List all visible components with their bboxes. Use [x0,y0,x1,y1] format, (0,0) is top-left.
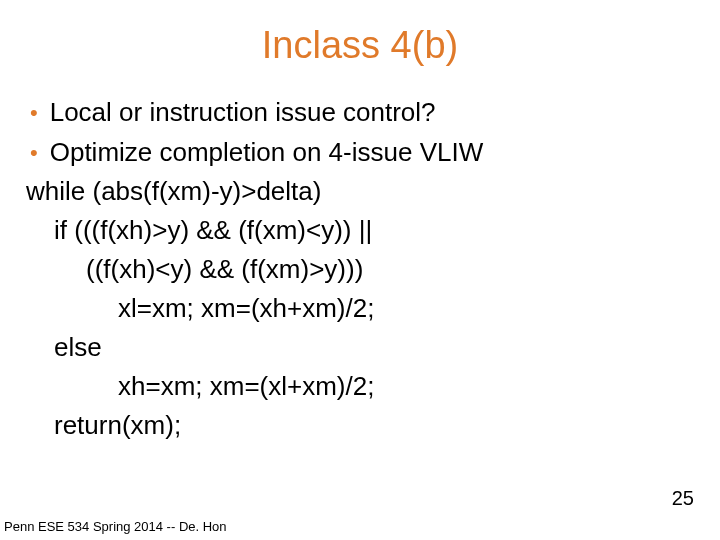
code-line: else [26,328,694,367]
code-line: ((f(xh)<y) && (f(xm)>y))) [26,250,694,289]
bullet-dot-icon: • [30,133,38,173]
bullet-item: • Local or instruction issue control? [26,93,694,133]
bullet-item: • Optimize completion on 4-issue VLIW [26,133,694,173]
code-line: if (((f(xh)>y) && (f(xm)<y)) || [26,211,694,250]
slide-body: • Local or instruction issue control? • … [26,93,694,445]
footer-text: Penn ESE 534 Spring 2014 -- De. Hon [4,519,227,534]
code-line: return(xm); [26,406,694,445]
bullet-text: Optimize completion on 4-issue VLIW [50,133,694,172]
code-line: while (abs(f(xm)-y)>delta) [26,172,694,211]
bullet-dot-icon: • [30,93,38,133]
slide-title: Inclass 4(b) [26,24,694,67]
code-line: xl=xm; xm=(xh+xm)/2; [26,289,694,328]
page-number: 25 [672,487,694,510]
code-line: xh=xm; xm=(xl+xm)/2; [26,367,694,406]
bullet-text: Local or instruction issue control? [50,93,694,132]
